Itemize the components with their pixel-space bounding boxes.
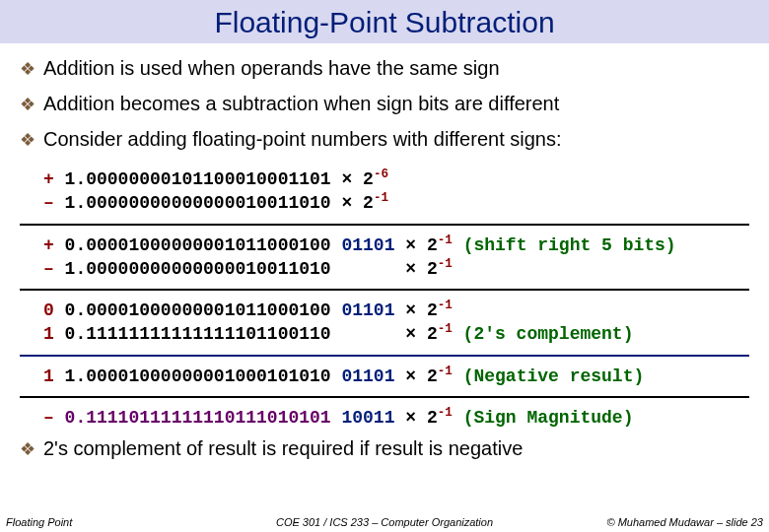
divider <box>20 224 749 226</box>
mul: × <box>341 193 363 213</box>
sign: + <box>43 235 65 255</box>
line-3: + 0.00001000000001011000100 01101 × 2-1 … <box>43 233 749 257</box>
base: 2 <box>427 259 438 279</box>
line-7: 1 1.00001000000001000101010 01101 × 2-1 … <box>43 365 749 388</box>
extra-bits: 01101 <box>341 235 405 255</box>
footer-center: COE 301 / ICS 233 – Computer Organizatio… <box>258 516 511 528</box>
calc-block-4: 1 1.00001000000001000101010 01101 × 2-1 … <box>20 361 749 392</box>
footer: Floating Point COE 301 / ICS 233 – Compu… <box>0 516 769 532</box>
exp: -1 <box>438 406 453 420</box>
bullet-text: Addition becomes a subtraction when sign… <box>43 93 559 115</box>
exp: -1 <box>438 322 453 336</box>
diamond-icon: ❖ <box>20 128 35 152</box>
mantissa: 0.11111111111111101100110 <box>65 324 406 344</box>
slide-title: Floating-Point Subtraction <box>0 0 769 43</box>
mantissa: 0.00001000000001011000100 <box>65 300 342 320</box>
footer-left: Floating Point <box>6 516 258 528</box>
note: (Sign Magnitude) <box>453 408 634 428</box>
base: 2 <box>427 324 438 344</box>
exp: -1 <box>438 233 453 247</box>
bullet-text: 2's complement of result is required if … <box>43 437 523 460</box>
mul: × <box>405 366 427 386</box>
extra-bits: 01101 <box>341 300 405 320</box>
line-2: – 1.00000000000000010011010 × 2-1 <box>43 191 749 215</box>
exp: -1 <box>438 299 453 312</box>
line-5: 0 0.00001000000001011000100 01101 × 2-1 <box>43 299 749 322</box>
line-8: – 0.11110111111110111010101 10011 × 2-1 … <box>43 406 749 430</box>
line-1: + 1.00000000101100010001101 × 2-6 <box>43 167 749 191</box>
mantissa: 1.00000000000000010011010 <box>65 259 406 279</box>
mul: × <box>405 324 427 344</box>
slide-content: ❖ Addition is used when operands have th… <box>0 43 769 461</box>
mul: × <box>405 300 427 320</box>
bullet-text: Addition is used when operands have the … <box>43 57 500 80</box>
diamond-icon: ❖ <box>20 57 35 81</box>
bullet-text: Consider adding floating-point numbers w… <box>43 128 562 151</box>
sign: 1 <box>43 324 65 344</box>
line-4: – 1.00000000000000010011010 × 2-1 <box>43 257 749 281</box>
mantissa: 1.00000000101100010001101 <box>65 169 342 189</box>
mul: × <box>405 259 427 279</box>
bullet-4: ❖ 2's complement of result is required i… <box>20 437 749 461</box>
mantissa: 0.11110111111110111010101 <box>65 408 342 428</box>
calc-block-1: + 1.00000000101100010001101 × 2-6 – 1.00… <box>20 164 749 220</box>
footer-right: © Muhamed Mudawar – slide 23 <box>511 516 763 528</box>
calc-block-2: + 0.00001000000001011000100 01101 × 2-1 … <box>20 230 749 286</box>
base: 2 <box>427 300 438 320</box>
mantissa: 1.00000000000000010011010 <box>65 193 342 213</box>
extra-bits: 10011 <box>341 408 405 428</box>
sign: 1 <box>43 366 65 386</box>
sign: – <box>43 193 65 213</box>
base: 2 <box>363 193 374 213</box>
bullet-3: ❖ Consider adding floating-point numbers… <box>20 128 749 152</box>
mantissa: 0.00001000000001011000100 <box>65 235 342 255</box>
base: 2 <box>427 366 438 386</box>
mul: × <box>405 408 427 428</box>
bullet-1: ❖ Addition is used when operands have th… <box>20 57 749 81</box>
mantissa: 1.00001000000001000101010 <box>65 366 342 386</box>
divider <box>20 289 749 291</box>
extra-bits: 01101 <box>341 366 405 386</box>
divider <box>20 396 749 398</box>
diamond-icon: ❖ <box>20 437 35 461</box>
diamond-icon: ❖ <box>20 93 35 116</box>
calc-block-3: 0 0.00001000000001011000100 01101 × 2-1 … <box>20 295 749 351</box>
calc-block-5: – 0.11110111111110111010101 10011 × 2-1 … <box>20 402 749 433</box>
note: (shift right 5 bits) <box>453 235 676 255</box>
note: (2's complement) <box>453 324 634 344</box>
base: 2 <box>363 169 374 189</box>
exp: -1 <box>438 257 453 271</box>
divider <box>20 355 749 357</box>
base: 2 <box>427 408 438 428</box>
sign: 0 <box>43 300 65 320</box>
bullet-2: ❖ Addition becomes a subtraction when si… <box>20 93 749 116</box>
base: 2 <box>427 235 438 255</box>
sign: – <box>43 408 65 428</box>
exp: -1 <box>374 191 388 205</box>
exp: -1 <box>438 365 453 378</box>
exp: -6 <box>374 167 388 181</box>
line-6: 1 0.11111111111111101100110 × 2-1 (2's c… <box>43 322 749 346</box>
sign: – <box>43 259 65 279</box>
sign: + <box>43 169 65 189</box>
mul: × <box>341 169 363 189</box>
mul: × <box>405 235 427 255</box>
note: (Negative result) <box>453 366 644 386</box>
